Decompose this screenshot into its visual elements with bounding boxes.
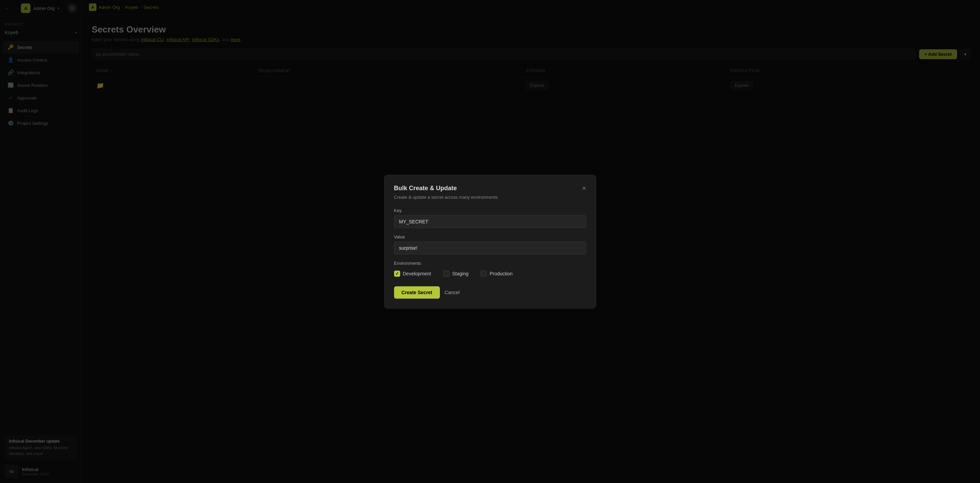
key-input[interactable] (394, 215, 586, 228)
env-production[interactable]: Production (480, 270, 512, 277)
production-checkbox[interactable] (480, 270, 487, 277)
development-label: Development (403, 271, 431, 276)
production-label: Production (490, 271, 512, 276)
modal-close-button[interactable]: × (582, 185, 586, 192)
modal-subtitle: Create & update a secret across many env… (394, 195, 586, 200)
create-secret-button[interactable]: Create Secret (394, 286, 440, 299)
modal-overlay[interactable]: Bulk Create & Update × Create & update a… (0, 0, 980, 483)
modal-header: Bulk Create & Update × (394, 185, 586, 192)
staging-checkbox[interactable] (443, 270, 449, 277)
environments-section: Environments Development Staging Product… (394, 261, 586, 277)
value-input[interactable] (394, 242, 586, 254)
staging-label: Staging (452, 271, 468, 276)
env-staging[interactable]: Staging (443, 270, 468, 277)
bulk-create-modal: Bulk Create & Update × Create & update a… (384, 175, 596, 308)
value-label: Value (394, 234, 586, 240)
modal-title: Bulk Create & Update (394, 185, 457, 192)
environments-label: Environments (394, 261, 586, 266)
environments-checkboxes: Development Staging Production (394, 270, 586, 277)
key-label: Key (394, 208, 586, 213)
modal-actions: Create Secret Cancel (394, 286, 586, 299)
env-development[interactable]: Development (394, 270, 431, 277)
development-checkbox[interactable] (394, 270, 400, 277)
key-form-group: Key (394, 208, 586, 228)
value-form-group: Value (394, 234, 586, 254)
cancel-button[interactable]: Cancel (445, 290, 460, 295)
